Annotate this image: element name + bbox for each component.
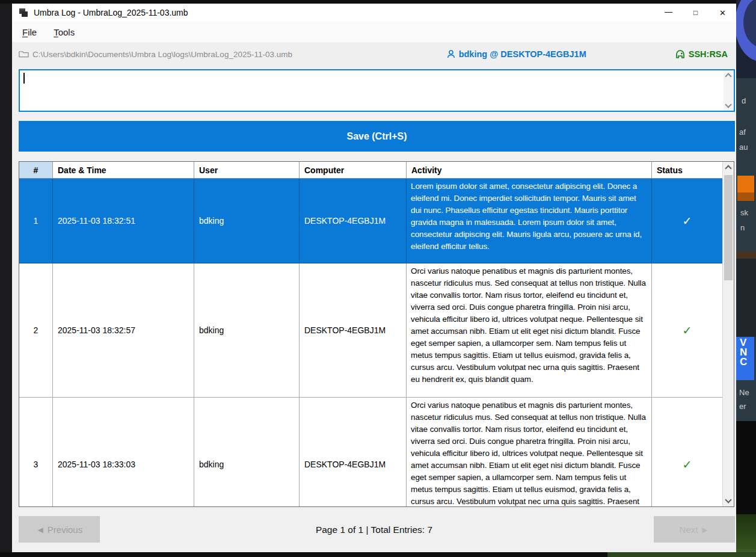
table-row[interactable]: 3 2025-11-03 18:33:03 bdking DESKTOP-4EG… <box>19 398 722 506</box>
column-header-status[interactable]: Status <box>652 162 722 179</box>
column-header-datetime[interactable]: Date & Time <box>53 162 194 179</box>
minimize-icon: — <box>665 7 672 16</box>
next-page-button[interactable]: Next ► <box>654 516 735 543</box>
desktop-icon-label-fragment: sk <box>740 208 748 217</box>
window-title: Umbra Log - UmbraLog_2025-11-03.umb <box>34 8 188 17</box>
row-computer-cell[interactable]: DESKTOP-4EGBJ1M <box>300 263 407 398</box>
table-row[interactable]: 2 2025-11-03 18:32:57 bdking DESKTOP-4EG… <box>19 263 722 398</box>
table-scrollbar[interactable] <box>722 162 734 506</box>
log-entry-input[interactable] <box>19 69 735 112</box>
desktop-icon-label-fragment: Ne <box>739 388 749 397</box>
pathbar: C:\Users\bdkin\Documents\Umbra Log\logs\… <box>12 42 736 66</box>
editor-scrollbar[interactable] <box>724 70 734 111</box>
desktop-bottom-grass <box>607 552 756 557</box>
pagination-status: Page 1 of 1 | Total Entries: 7 <box>12 525 736 535</box>
row-num-cell[interactable]: 2 <box>19 263 53 398</box>
person-icon <box>446 49 456 59</box>
key-icon <box>675 49 686 59</box>
desktop-icon-label-fragment: n <box>740 223 745 232</box>
vnc-desktop-icon[interactable]: VNC <box>736 337 754 380</box>
titlebar[interactable]: Umbra Log - UmbraLog_2025-11-03.umb — □ … <box>12 4 736 22</box>
ssh-status-text: SSH:RSA <box>689 49 728 59</box>
row-activity-cell[interactable]: Lorem ipsum dolor sit amet, consectetur … <box>407 179 652 263</box>
scroll-down-icon[interactable] <box>725 496 731 503</box>
text-caret <box>23 73 25 84</box>
maximize-button[interactable]: □ <box>682 4 709 22</box>
desktop-icon-label-fragment: au <box>739 143 748 152</box>
desktop-icon-label-fragment: af <box>739 128 746 137</box>
scroll-down-icon[interactable] <box>725 101 731 108</box>
desktop-icon-label-fragment: er <box>739 402 746 411</box>
file-path: C:\Users\bdkin\Documents\Umbra Log\logs\… <box>32 50 292 59</box>
desktop-right-strip: d af au sk n VNC Ne er <box>736 0 756 557</box>
column-header-activity[interactable]: Activity <box>407 162 652 179</box>
close-button[interactable]: ✕ <box>709 4 736 22</box>
row-status-cell[interactable]: ✓ <box>652 263 722 398</box>
desktop-wallpaper-grass <box>736 514 756 557</box>
row-num-cell[interactable]: 1 <box>19 179 53 263</box>
save-button[interactable]: Save (Ctrl+S) <box>19 121 735 152</box>
scroll-up-icon[interactable] <box>725 165 731 171</box>
row-datetime-cell[interactable]: 2025-11-03 18:32:57 <box>53 263 194 398</box>
scroll-up-icon[interactable] <box>725 73 731 79</box>
log-table: # Date & Time User Computer Activity Sta… <box>19 161 734 507</box>
desktop-wallpaper-segment <box>736 259 756 337</box>
column-header-num[interactable]: # <box>19 162 53 179</box>
folder-icon <box>19 50 29 58</box>
ssh-status-badge: SSH:RSA <box>675 49 728 59</box>
desktop-folder-icon-base <box>737 192 754 201</box>
menu-tools[interactable]: Tools <box>48 27 81 37</box>
row-user-cell[interactable]: bdking <box>194 398 300 506</box>
column-header-computer[interactable]: Computer <box>300 162 407 179</box>
row-user-cell[interactable]: bdking <box>194 263 300 398</box>
row-status-cell[interactable]: ✓ <box>652 179 722 263</box>
row-datetime-cell[interactable]: 2025-11-03 18:32:51 <box>53 179 194 263</box>
desktop-icon-label-fragment: d <box>742 96 746 105</box>
row-computer-cell[interactable]: DESKTOP-4EGBJ1M <box>300 398 407 506</box>
user-host-badge: bdking @ DESKTOP-4EGBJ1M <box>446 49 586 59</box>
column-header-user[interactable]: User <box>194 162 300 179</box>
minimize-button[interactable]: — <box>655 4 682 22</box>
maximize-icon: □ <box>693 8 698 17</box>
menu-file[interactable]: File <box>16 27 43 37</box>
window-controls: — □ ✕ <box>655 4 736 22</box>
app-window: Umbra Log - UmbraLog_2025-11-03.umb — □ … <box>12 4 736 552</box>
row-activity-cell[interactable]: Orci varius natoque penatibus et magnis … <box>407 263 652 398</box>
desktop-left-strip <box>0 0 12 557</box>
log-table-grid: # Date & Time User Computer Activity Sta… <box>19 162 722 506</box>
row-datetime-cell[interactable]: 2025-11-03 18:33:03 <box>53 398 194 506</box>
table-row[interactable]: 1 2025-11-03 18:32:51 bdking DESKTOP-4EG… <box>19 179 722 263</box>
app-window-icon <box>19 8 28 17</box>
row-computer-cell[interactable]: DESKTOP-4EGBJ1M <box>300 179 407 263</box>
row-activity-cell[interactable]: Orci varius natoque penatibus et magnis … <box>407 398 652 506</box>
row-status-cell[interactable]: ✓ <box>652 398 722 506</box>
table-header-row: # Date & Time User Computer Activity Sta… <box>19 162 722 179</box>
close-icon: ✕ <box>719 8 726 17</box>
scrollbar-thumb[interactable] <box>724 175 733 280</box>
desktop-wallpaper-segment <box>736 421 756 516</box>
row-user-cell[interactable]: bdking <box>194 179 300 263</box>
menubar: File Tools <box>12 22 736 42</box>
user-host-text: bdking @ DESKTOP-4EGBJ1M <box>459 49 586 59</box>
row-num-cell[interactable]: 3 <box>19 398 53 506</box>
desktop-wallpaper-segment <box>736 0 756 78</box>
